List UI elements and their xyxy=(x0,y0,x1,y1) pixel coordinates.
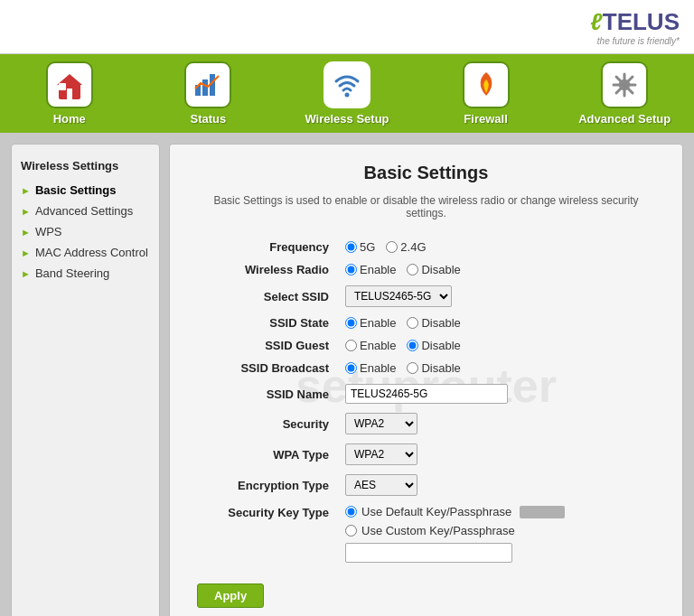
wpa-type-dropdown[interactable]: WPA2 xyxy=(345,443,417,465)
wireless-radio-enable-label[interactable]: Enable xyxy=(345,263,396,276)
nav-label-wireless-setup: Wireless Setup xyxy=(305,112,389,126)
home-icon xyxy=(46,61,93,108)
ssid-state-label: SSID State xyxy=(197,312,342,334)
ssid-guest-row: SSID Guest Enable Disable xyxy=(197,334,655,357)
select-ssid-dropdown[interactable]: TELUS2465-5G xyxy=(345,285,452,307)
page-title: Basic Settings xyxy=(197,163,655,183)
logo-tagline: the future is friendly* xyxy=(597,36,680,46)
svg-point-13 xyxy=(623,83,626,87)
ssid-state-options: Enable Disable xyxy=(342,312,655,334)
page-description: Basic Settings is used to enable or disa… xyxy=(197,194,655,219)
wpa-type-row: WPA Type WPA2 xyxy=(197,439,655,470)
frequency-5g-label[interactable]: 5G xyxy=(345,240,375,254)
custom-key-input-area xyxy=(345,543,652,563)
default-key-text: Use Default Key/Passphrase xyxy=(361,505,511,518)
nav-label-status: Status xyxy=(191,112,227,126)
wireless-radio-options: Enable Disable xyxy=(342,258,655,281)
ssid-guest-enable[interactable] xyxy=(345,340,357,351)
security-label: Security xyxy=(197,408,342,439)
ssid-guest-disable[interactable] xyxy=(407,340,418,351)
security-key-type-row: Security Key Type Use Default Key/Passph… xyxy=(197,500,655,567)
settings-form: Frequency 5G 2.4G Wireless xyxy=(197,236,655,567)
nav-item-advanced-setup[interactable]: Advanced Setup xyxy=(566,61,683,126)
ssid-guest-disable-label[interactable]: Disable xyxy=(407,339,460,352)
nav-item-wireless-setup[interactable]: Wireless Setup xyxy=(288,61,406,126)
nav-label-home: Home xyxy=(53,112,86,126)
wireless-radio-enable[interactable] xyxy=(345,264,357,275)
sidebar-title: Wireless Settings xyxy=(12,154,159,180)
ssid-guest-options: Enable Disable xyxy=(342,334,655,357)
sidebar-label-advanced-settings: Advanced Settings xyxy=(35,204,133,218)
sidebar-item-advanced-settings[interactable]: ► Advanced Settings xyxy=(12,201,159,221)
main-content: Wireless Settings ► Basic Settings ► Adv… xyxy=(0,133,694,616)
ssid-state-enable[interactable] xyxy=(345,317,357,329)
encryption-type-dropdown[interactable]: AES xyxy=(345,474,417,496)
ssid-guest-enable-label[interactable]: Enable xyxy=(345,339,396,352)
key-type-group: Use Default Key/Passphrase Use Custom Ke… xyxy=(345,505,652,563)
ssid-broadcast-disable-label[interactable]: Disable xyxy=(407,361,460,375)
svg-rect-5 xyxy=(202,79,208,96)
sidebar-item-wps[interactable]: ► WPS xyxy=(12,221,159,242)
sidebar-label-wps: WPS xyxy=(35,225,62,238)
ssid-state-disable-label[interactable]: Disable xyxy=(407,316,460,330)
arrow-icon-advanced: ► xyxy=(21,206,31,217)
wireless-radio-disable-label[interactable]: Disable xyxy=(407,263,460,276)
ssid-state-enable-label[interactable]: Enable xyxy=(345,316,396,330)
select-ssid-cell: TELUS2465-5G xyxy=(342,281,655,312)
arrow-icon-mac: ► xyxy=(21,247,31,258)
select-ssid-label: Select SSID xyxy=(197,281,342,312)
nav-item-home[interactable]: Home xyxy=(11,61,128,126)
default-key-bar xyxy=(520,506,565,518)
security-key-type-cell: Use Default Key/Passphrase Use Custom Ke… xyxy=(342,500,655,567)
nav-item-firewall[interactable]: Firewall xyxy=(427,61,545,126)
sidebar-item-band-steering[interactable]: ► Band Steering xyxy=(12,263,159,284)
nav-label-firewall: Firewall xyxy=(464,112,507,126)
sidebar-label-basic-settings: Basic Settings xyxy=(35,183,117,197)
sidebar: Wireless Settings ► Basic Settings ► Adv… xyxy=(11,144,160,616)
ssid-broadcast-enable[interactable] xyxy=(345,362,357,374)
encryption-type-label: Encryption Type xyxy=(197,470,342,500)
custom-key-input[interactable] xyxy=(345,543,512,563)
frequency-5g-radio[interactable] xyxy=(345,241,357,253)
security-cell: WPA2 xyxy=(342,408,655,439)
frequency-24g-label[interactable]: 2.4G xyxy=(386,240,426,254)
ssid-guest-label: SSID Guest xyxy=(197,334,342,357)
security-row: Security WPA2 xyxy=(197,408,655,439)
frequency-label: Frequency xyxy=(197,236,342,258)
default-key-radio[interactable] xyxy=(345,506,357,518)
ssid-broadcast-disable[interactable] xyxy=(407,362,418,374)
nav-label-advanced-setup: Advanced Setup xyxy=(578,112,671,126)
sidebar-item-mac-address-control[interactable]: ► MAC Address Control xyxy=(12,242,159,263)
firewall-icon xyxy=(463,61,510,108)
custom-key-label[interactable]: Use Custom Key/Passphrase xyxy=(345,524,652,537)
wireless-radio-disable[interactable] xyxy=(407,264,418,275)
sidebar-item-basic-settings[interactable]: ► Basic Settings xyxy=(12,180,159,201)
ssid-state-disable[interactable] xyxy=(407,317,418,329)
security-key-type-label: Security Key Type xyxy=(197,500,342,567)
ssid-broadcast-enable-label[interactable]: Enable xyxy=(345,361,396,375)
status-icon xyxy=(184,61,231,108)
ssid-broadcast-label: SSID Broadcast xyxy=(197,357,342,379)
apply-button[interactable]: Apply xyxy=(197,583,264,608)
nav-bar: Home Status Wireless Setup Firewall xyxy=(0,54,694,133)
logo: ℓTELUS the future is friendly* xyxy=(590,7,680,46)
default-key-label[interactable]: Use Default Key/Passphrase xyxy=(345,505,652,518)
wpa-type-cell: WPA2 xyxy=(342,439,655,470)
frequency-row: Frequency 5G 2.4G xyxy=(197,236,655,258)
nav-item-status[interactable]: Status xyxy=(149,61,267,126)
ssid-broadcast-row: SSID Broadcast Enable Disable xyxy=(197,357,655,379)
ssid-name-row: SSID Name xyxy=(197,379,655,408)
logo-text: ℓTELUS xyxy=(590,7,680,36)
ssid-name-cell xyxy=(342,379,655,408)
encryption-type-cell: AES xyxy=(342,470,655,500)
security-dropdown[interactable]: WPA2 xyxy=(345,413,417,434)
encryption-type-row: Encryption Type AES xyxy=(197,470,655,500)
ssid-name-input[interactable] xyxy=(345,384,508,404)
ssid-broadcast-options: Enable Disable xyxy=(342,357,655,379)
arrow-icon-basic: ► xyxy=(21,185,31,196)
custom-key-radio[interactable] xyxy=(345,525,357,537)
frequency-24g-radio[interactable] xyxy=(386,241,398,253)
frequency-options: 5G 2.4G xyxy=(342,236,655,258)
wpa-type-label: WPA Type xyxy=(197,439,342,470)
custom-key-text: Use Custom Key/Passphrase xyxy=(361,524,515,537)
